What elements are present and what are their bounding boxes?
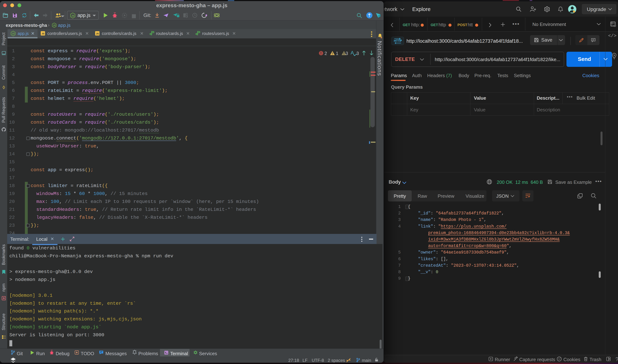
svg-text:JS: JS — [71, 14, 74, 17]
svg-text:JS: JS — [12, 32, 15, 35]
svg-text:JS: JS — [42, 32, 44, 35]
svg-text:JS: JS — [53, 24, 56, 27]
svg-text:JS: JS — [96, 32, 99, 35]
svg-text:HTTP: HTTP — [394, 39, 402, 42]
